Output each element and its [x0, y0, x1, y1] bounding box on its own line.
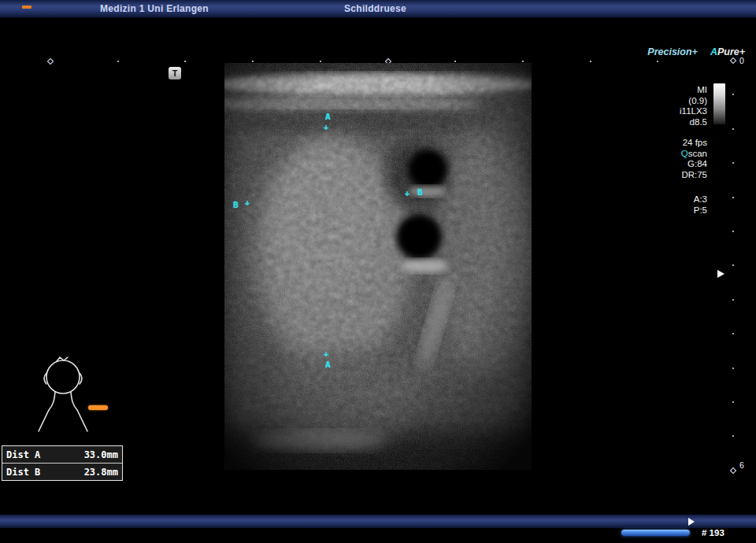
ruler-label-bottom: 6 [739, 460, 744, 470]
body-marker-icon [33, 354, 94, 434]
ruler-label-top: 0 [739, 56, 744, 65]
mi-value: (0.9) [635, 96, 707, 107]
caliper-b1-cross: + [245, 198, 250, 207]
frame-counter: # 193 [702, 528, 724, 537]
depth-value: d8.5 [635, 117, 707, 128]
ruler-dot-tick [320, 61, 321, 62]
frame-rate: 24 fps [635, 138, 707, 149]
caliper-a2-label: A [325, 360, 331, 370]
title-bar: Medizin 1 Uni Erlangen Schilddruese [0, 0, 756, 18]
ruler-dot-tick [117, 61, 119, 62]
ultrasound-speckle-image [224, 63, 532, 470]
ultrasound-display[interactable]: A + B + + B + A [224, 63, 532, 470]
ruler-dot-tick [732, 94, 734, 95]
measurement-label: Dist A [6, 449, 40, 460]
precision-label: Precision+ [647, 46, 698, 57]
probe-position-marker [88, 405, 108, 410]
ruler-dot-tick [732, 435, 734, 437]
measurement-label: Dist B [6, 467, 40, 478]
ruler-dot-tick [657, 61, 658, 62]
imaging-parameters-panel: MI (0.9) i11LX3 d8.5 24 fps Qscan G:84 D… [635, 85, 707, 216]
ruler-dot-tick [522, 61, 524, 62]
ruler-dot-tick [590, 61, 591, 62]
orientation-marker: T [169, 67, 181, 79]
qscan-label: Qscan [635, 149, 707, 160]
qscan-prefix: Q [681, 149, 688, 158]
caliper-b2-cross: + [405, 189, 410, 198]
dynamic-range-value: DR:75 [635, 170, 707, 181]
study-name: Schilddruese [344, 3, 406, 14]
ultrasound-system-screen: Medizin 1 Uni Erlangen Schilddruese Prec… [0, 0, 756, 543]
ruler-dot-tick [732, 128, 734, 130]
transducer-name: i11LX3 [635, 106, 707, 117]
ruler-dot-tick [732, 368, 734, 369]
measurement-row: Dist B 23.8mm [2, 463, 122, 480]
caliper-a2-cross: + [324, 349, 328, 358]
grayscale-bar [713, 83, 725, 124]
caliper-a1-label: A [325, 112, 331, 122]
caliper-b2-label: B [417, 187, 423, 198]
ruler-dot-tick [732, 162, 734, 164]
ruler-diamond-tick [47, 58, 54, 65]
caliper-b1-label: B [233, 200, 239, 210]
status-bar [0, 515, 756, 528]
apure-level: A:3 [635, 194, 707, 205]
vertical-ruler [731, 60, 737, 472]
precision-level: P:5 [635, 205, 707, 216]
facility-name: Medizin 1 Uni Erlangen [100, 3, 209, 14]
ruler-diamond-tick [730, 57, 736, 64]
ruler-dot-tick [732, 264, 734, 266]
ruler-dot-tick [732, 299, 734, 301]
cine-marker-icon [688, 518, 695, 526]
ruler-dot-tick [732, 197, 734, 198]
ruler-dot-tick [454, 61, 456, 62]
apure-prefix: A [710, 46, 717, 57]
caliper-a1-cross: + [324, 123, 328, 131]
measurement-row: Dist A 33.0mm [2, 446, 122, 463]
mi-label: MI [635, 85, 707, 96]
ruler-diamond-tick [730, 467, 736, 474]
measurement-value: 23.8mm [84, 467, 118, 478]
title-bar-marker [22, 6, 32, 9]
measurement-results: Dist A 33.0mm Dist B 23.8mm [2, 445, 123, 481]
cine-scroll-bar[interactable] [621, 530, 690, 536]
measurement-value: 33.0mm [84, 449, 118, 460]
qscan-rest: scan [688, 149, 707, 158]
ruler-dot-tick [252, 61, 254, 62]
ruler-dot-tick [732, 401, 734, 403]
ruler-dot-tick [184, 61, 186, 62]
focus-marker-icon [717, 270, 724, 278]
ruler-dot-tick [732, 231, 734, 232]
imaging-mode-labels: Precision+ APure+ [614, 46, 745, 57]
gain-value: G:84 [635, 159, 707, 170]
ruler-dot-tick [732, 333, 734, 334]
